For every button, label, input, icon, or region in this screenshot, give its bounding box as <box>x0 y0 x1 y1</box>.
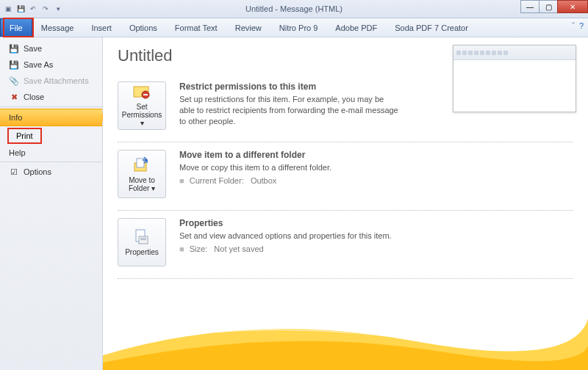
app-icon: ▣ <box>3 4 13 14</box>
section-meta: ■ Current Folder: Outbox <box>179 176 331 185</box>
sidebar-item-print[interactable]: Print <box>0 126 102 145</box>
backstage: 💾 Save 💾 Save As 📎 Save Attachments ✖ Cl… <box>0 37 588 370</box>
sidebar-label: Close <box>24 92 44 101</box>
properties-icon <box>132 228 151 246</box>
ribbon-help: ˆ ? <box>572 21 584 30</box>
help-icon[interactable]: ? <box>579 21 584 30</box>
properties-button[interactable]: Properties <box>118 218 166 266</box>
saveas-icon: 💾 <box>9 59 19 70</box>
tab-nitro[interactable]: Nitro Pro 9 <box>270 18 327 37</box>
preview-ribbon <box>453 46 576 60</box>
attachment-icon: 📎 <box>9 76 19 86</box>
sidebar-label: Info <box>9 113 22 122</box>
separator <box>0 106 102 107</box>
tab-soda[interactable]: Soda PDF 7 Creator <box>386 18 477 37</box>
section-title: Properties <box>179 218 392 228</box>
section-body: Properties Set and view advanced options… <box>179 218 392 266</box>
section-move: Move to Folder ▾ Move item to a differen… <box>118 142 573 211</box>
print-highlight: Print <box>7 128 42 144</box>
backstage-sidebar: 💾 Save 💾 Save As 📎 Save Attachments ✖ Cl… <box>0 37 103 370</box>
quick-access-toolbar: ▣ 💾 ↶ ↷ ▾ <box>3 4 63 14</box>
meta-value: Outbox <box>251 176 276 185</box>
ribbon: File Message Insert Options Format Text … <box>0 18 588 37</box>
decorative-swoosh <box>103 304 588 370</box>
meta-label: Current Folder: <box>190 176 244 185</box>
window-buttons: — ▢ ✕ <box>521 0 588 13</box>
tab-options[interactable]: Options <box>121 18 166 37</box>
meta-value: Not yet saved <box>214 244 263 253</box>
sidebar-label: Save Attachments <box>24 76 89 85</box>
dropdown-icon[interactable]: ▾ <box>53 4 63 14</box>
sidebar-item-help[interactable]: Help <box>0 145 102 160</box>
section-desc: Set up restrictions for this item. For e… <box>179 94 400 127</box>
svg-rect-2 <box>143 94 148 95</box>
section-title: Move item to a different folder <box>179 150 331 160</box>
save-icon[interactable]: 💾 <box>15 4 26 14</box>
undo-icon[interactable]: ↶ <box>28 4 38 14</box>
svg-rect-7 <box>140 238 146 239</box>
bullet-icon: ■ <box>179 176 184 185</box>
svg-rect-8 <box>140 239 146 240</box>
sidebar-label: Help <box>9 148 26 157</box>
sidebar-item-save-attachments: 📎 Save Attachments <box>0 73 102 89</box>
sidebar-label: Save As <box>24 60 53 69</box>
tab-adobe[interactable]: Adobe PDF <box>326 18 386 37</box>
meta-label: Size: <box>190 244 207 253</box>
backstage-content: Untitled Set Permissions ▾ Restrict perm… <box>103 37 588 370</box>
tab-review[interactable]: Review <box>226 18 270 37</box>
sidebar-label: Print <box>16 131 33 140</box>
close-icon: ✖ <box>9 92 19 102</box>
section-properties: Properties Properties Set and view advan… <box>118 211 573 279</box>
ribbon-minimize-icon[interactable]: ˆ <box>572 21 575 30</box>
section-meta: ■ Size: Not yet saved <box>179 244 392 253</box>
button-label: Set Permissions ▾ <box>120 103 164 127</box>
minimize-button[interactable]: — <box>520 0 539 13</box>
tab-format-text[interactable]: Format Text <box>166 18 226 37</box>
sidebar-item-save[interactable]: 💾 Save <box>0 40 102 57</box>
tab-file[interactable]: File <box>0 18 32 37</box>
bullet-icon: ■ <box>179 244 184 253</box>
tab-insert[interactable]: Insert <box>82 18 121 37</box>
item-preview <box>453 45 576 112</box>
folder-move-icon <box>132 156 151 174</box>
save-icon: 💾 <box>9 43 19 54</box>
window-title: Untitled - Message (HTML) <box>0 4 588 13</box>
separator <box>0 162 102 162</box>
sidebar-item-close[interactable]: ✖ Close <box>0 89 102 105</box>
maximize-button[interactable]: ▢ <box>539 0 558 13</box>
redo-icon[interactable]: ↷ <box>40 4 51 14</box>
title-bar: ▣ 💾 ↶ ↷ ▾ Untitled - Message (HTML) — ▢ … <box>0 0 588 18</box>
button-label: Move to Folder ▾ <box>120 176 164 192</box>
sidebar-item-info[interactable]: Info <box>0 109 102 126</box>
section-desc: Set and view advanced options and proper… <box>179 231 392 242</box>
close-window-button[interactable]: ✕ <box>557 0 588 13</box>
options-icon: ☑ <box>9 167 19 177</box>
move-to-folder-button[interactable]: Move to Folder ▾ <box>118 150 166 198</box>
section-body: Move item to a different folder Move or … <box>179 150 331 198</box>
sidebar-label: Options <box>24 167 51 176</box>
section-desc: Move or copy this item to a different fo… <box>179 162 331 173</box>
sidebar-item-options[interactable]: ☑ Options <box>0 164 102 180</box>
section-body: Restrict permissions to this item Set up… <box>179 81 400 130</box>
set-permissions-button[interactable]: Set Permissions ▾ <box>118 81 166 130</box>
permissions-icon <box>132 84 151 101</box>
section-title: Restrict permissions to this item <box>179 81 400 92</box>
sidebar-item-saveas[interactable]: 💾 Save As <box>0 57 102 73</box>
tab-message[interactable]: Message <box>32 18 83 37</box>
sidebar-label: Save <box>24 44 42 53</box>
button-label: Properties <box>125 248 159 256</box>
